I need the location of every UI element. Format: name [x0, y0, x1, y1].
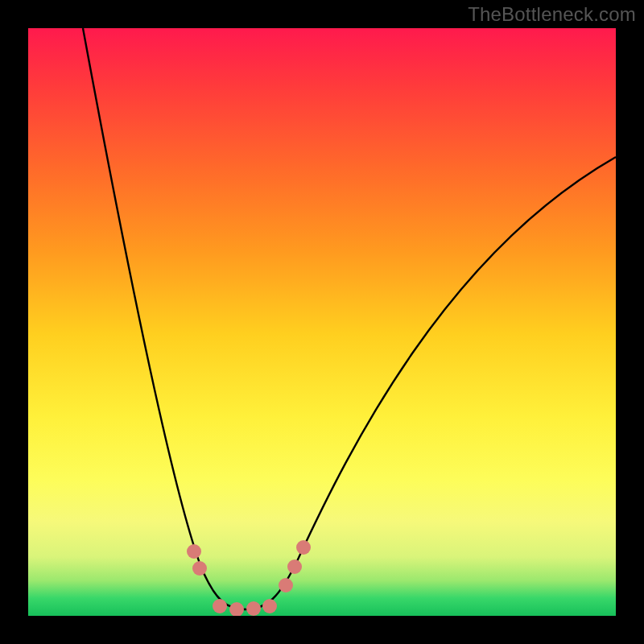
optimal-marker: [229, 602, 244, 616]
optimal-zone-markers: [187, 540, 311, 616]
bottleneck-curve: [83, 28, 616, 609]
optimal-marker: [287, 559, 302, 574]
chart-frame: TheBottleneck.com: [0, 0, 644, 644]
watermark-text: TheBottleneck.com: [468, 3, 636, 26]
optimal-marker: [213, 599, 227, 613]
curve-layer: [28, 28, 616, 616]
optimal-marker: [279, 578, 293, 592]
optimal-marker: [262, 599, 277, 613]
optimal-marker: [187, 544, 201, 559]
optimal-marker: [246, 601, 261, 616]
optimal-marker: [296, 540, 311, 555]
optimal-marker: [192, 561, 207, 576]
gradient-background: [28, 28, 616, 616]
